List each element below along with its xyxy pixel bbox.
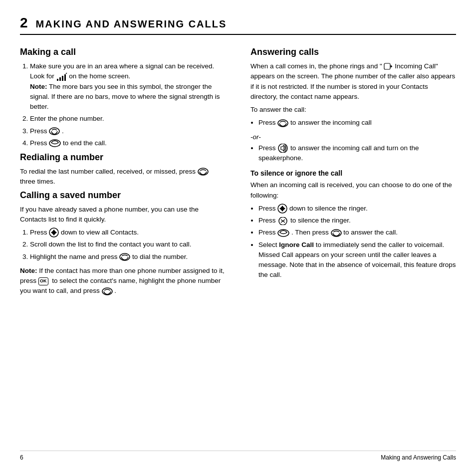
- to-answer-label: To answer the call:: [250, 105, 456, 115]
- svg-marker-12: [55, 231, 57, 234]
- saved-step-2: Scroll down the list to find the contact…: [30, 239, 226, 249]
- svg-marker-11: [51, 231, 53, 234]
- speaker-icon: [277, 144, 288, 153]
- silence-section: To silence or ignore the call When an in…: [250, 169, 456, 280]
- answering-calls-section: Answering calls When a call comes in, th…: [250, 47, 456, 163]
- step-1: Make sure you are in an area where a sig…: [30, 61, 226, 112]
- or-text: -or-: [250, 132, 456, 142]
- step-2: Enter the phone number.: [30, 114, 226, 124]
- calling-saved-note: Note: If the contact has more than one p…: [20, 266, 226, 296]
- step-4: Press to end the call.: [30, 138, 226, 148]
- calling-saved-section: Calling a saved number If you have alrea…: [20, 190, 226, 296]
- silence-intro: When an incoming call is received, you c…: [250, 180, 456, 201]
- svg-point-27: [281, 208, 284, 210]
- answer-speaker-bullets: Press to answer the incoming call and tu…: [258, 143, 456, 164]
- saved-step-1: Press down to view all Contacts.: [30, 228, 226, 238]
- answering-intro: When a call comes in, the phone rings an…: [250, 61, 456, 102]
- columns: Making a call Make sure you are in an ar…: [20, 45, 456, 441]
- svg-marker-25: [279, 207, 281, 210]
- signal-icon: [56, 73, 67, 81]
- answering-calls-title: Answering calls: [250, 47, 456, 57]
- send-button-icon: [49, 127, 60, 135]
- ok-icon: OK: [38, 277, 48, 285]
- svg-rect-2: [62, 76, 63, 81]
- redialing-title: Redialing a number: [20, 152, 226, 163]
- answer-bullet-2: Press to answer the incoming call and tu…: [258, 143, 456, 164]
- answer-bullets: Press to answer the incoming call: [258, 118, 456, 128]
- nav-icon-2: [277, 204, 287, 214]
- svg-rect-16: [384, 63, 390, 69]
- calling-saved-steps: Press down to view all Contacts. Scroll …: [30, 228, 226, 262]
- svg-line-4: [66, 73, 67, 74]
- end-icon-2: [277, 229, 289, 237]
- silence-bullet-4: Select Ignore Call to immediately send t…: [258, 240, 456, 280]
- answer-send-icon: [277, 119, 288, 127]
- dial-send-icon: [119, 253, 130, 261]
- svg-rect-1: [59, 77, 61, 81]
- svg-rect-3: [64, 74, 66, 81]
- right-column: Answering calls When a call comes in, th…: [245, 45, 456, 441]
- calling-saved-title: Calling a saved number: [20, 190, 226, 201]
- footer: 6 Making and Answering Calls: [20, 451, 456, 461]
- svg-rect-0: [57, 79, 58, 81]
- silence-bullet-2: Press to silence the ringer.: [258, 216, 456, 226]
- step-1-note: Note: The more bars you see in this symb…: [30, 83, 220, 111]
- left-column: Making a call Make sure you are in an ar…: [20, 45, 231, 441]
- silence-bullet-3: Press . Then press to answer the c: [258, 228, 456, 238]
- then-send-icon: [331, 229, 342, 237]
- silence-bullet-1: Press down to silence the ringer.: [258, 204, 456, 214]
- footer-title: Making and Answering Calls: [381, 454, 456, 461]
- svg-point-5: [49, 128, 59, 135]
- redial-send-icon: [198, 168, 209, 176]
- redialing-text: To redial the last number called, receiv…: [20, 167, 226, 187]
- nav-icon-1: [49, 228, 59, 238]
- svg-point-13: [53, 232, 55, 234]
- chapter-header: 2 Making and Answering Calls: [20, 15, 456, 35]
- step-3: Press .: [30, 126, 226, 136]
- note-send-icon: [102, 287, 113, 295]
- silence-bullets: Press down to silence the ringer. Pres: [258, 204, 456, 280]
- chapter-number: 2: [20, 15, 28, 31]
- answer-bullet-1: Press to answer the incoming call: [258, 118, 456, 128]
- incoming-call-icon: [384, 63, 393, 70]
- chapter-title: Making and Answering Calls: [36, 18, 227, 30]
- redialing-section: Redialing a number To redial the last nu…: [20, 152, 226, 187]
- end-button-icon: [49, 139, 61, 147]
- saved-step-3: Highlight the name and press to dial the…: [30, 252, 226, 262]
- footer-page-number: 6: [20, 454, 23, 461]
- svg-marker-21: [281, 145, 284, 151]
- silence-title: To silence or ignore the call: [250, 169, 456, 177]
- svg-marker-18: [391, 65, 392, 68]
- page: 2 Making and Answering Calls Making a ca…: [0, 0, 476, 476]
- making-a-call-title: Making a call: [20, 47, 226, 57]
- calling-saved-intro: If you have already saved a phone number…: [20, 205, 226, 225]
- making-a-call-steps: Make sure you are in an area where a sig…: [30, 61, 226, 148]
- svg-marker-26: [283, 207, 285, 210]
- making-a-call-section: Making a call Make sure you are in an ar…: [20, 47, 226, 148]
- back-icon: [277, 217, 288, 225]
